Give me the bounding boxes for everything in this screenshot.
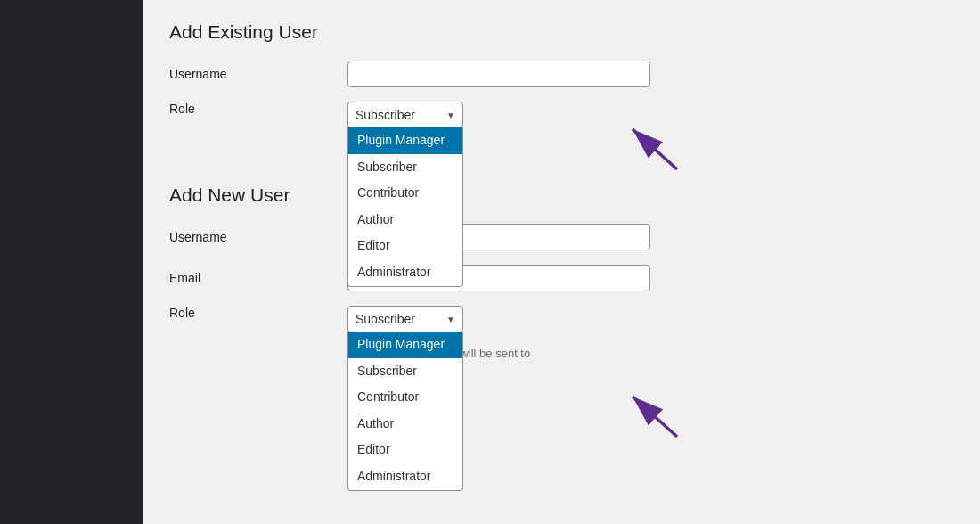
dropdown-item-plugin-manager-2[interactable]: Plugin Manager [348, 332, 462, 358]
dropdown-item-editor-2[interactable]: Editor [348, 437, 462, 463]
chevron-down-icon-1: ▼ [446, 111, 455, 120]
sidebar [0, 0, 143, 524]
email-label: Email [169, 271, 347, 285]
section1-title: Add Existing User [169, 21, 953, 43]
role-label-1: Role [169, 102, 347, 116]
dropdown-item-contributor-2[interactable]: Contributor [348, 384, 462, 411]
role-select-wrapper-2[interactable]: Subscriber ▼ Plugin Manager Subscriber C… [347, 306, 463, 332]
username-row-1: Username [169, 61, 953, 87]
username-label-1: Username [169, 67, 347, 81]
email-row: Email [169, 265, 953, 291]
role-row-1: Role Subscriber ▼ Plugin Manager Subscri… [169, 102, 953, 128]
dropdown-item-author-2[interactable]: Author [348, 411, 462, 438]
role-dropdown-1: Plugin Manager Subscriber Contributor Au… [347, 127, 463, 287]
role-label-2: Role [169, 306, 347, 320]
role-dropdown-2: Plugin Manager Subscriber Contributor Au… [347, 332, 463, 491]
section2-title: Add New User [169, 184, 953, 206]
role-select-display-2[interactable]: Subscriber ▼ [347, 306, 463, 332]
role-select-wrapper-1[interactable]: Subscriber ▼ Plugin Manager Subscriber C… [347, 102, 463, 128]
dropdown-item-subscriber-2[interactable]: Subscriber [348, 358, 462, 385]
main-content: Add Existing User Username Role Subscrib… [143, 0, 980, 524]
dropdown-item-subscriber-1[interactable]: Subscriber [348, 154, 462, 181]
add-new-user-row: Add New User [169, 374, 953, 398]
dropdown-item-editor-1[interactable]: Editor [348, 233, 462, 259]
dropdown-item-plugin-manager-1[interactable]: Plugin Manager [348, 127, 462, 154]
username-input-1[interactable] [347, 61, 650, 87]
dropdown-item-administrator-2[interactable]: Administrator [348, 463, 462, 490]
role-selected-value-1: Subscriber [355, 108, 415, 122]
role-row-2: Role Subscriber ▼ Plugin Manager Subscri… [169, 306, 953, 332]
role-selected-value-2: Subscriber [355, 312, 415, 326]
username-row-2: Username [169, 224, 953, 250]
add-existing-user-section: Add Existing User Username Role Subscrib… [169, 21, 953, 167]
add-user-row: Add User [169, 143, 953, 167]
username-label-2: Username [169, 230, 347, 244]
dropdown-item-contributor-1[interactable]: Contributor [348, 180, 462, 207]
dropdown-item-author-1[interactable]: Author [348, 207, 462, 233]
chevron-down-icon-2: ▼ [446, 315, 455, 324]
dropdown-item-administrator-1[interactable]: Administrator [348, 259, 462, 286]
add-new-user-section: Add New User Username Email Role Subscri… [169, 184, 953, 398]
role-select-display-1[interactable]: Subscriber ▼ [347, 102, 463, 128]
password-hint-row: A password reset link will be sent to [169, 347, 953, 360]
